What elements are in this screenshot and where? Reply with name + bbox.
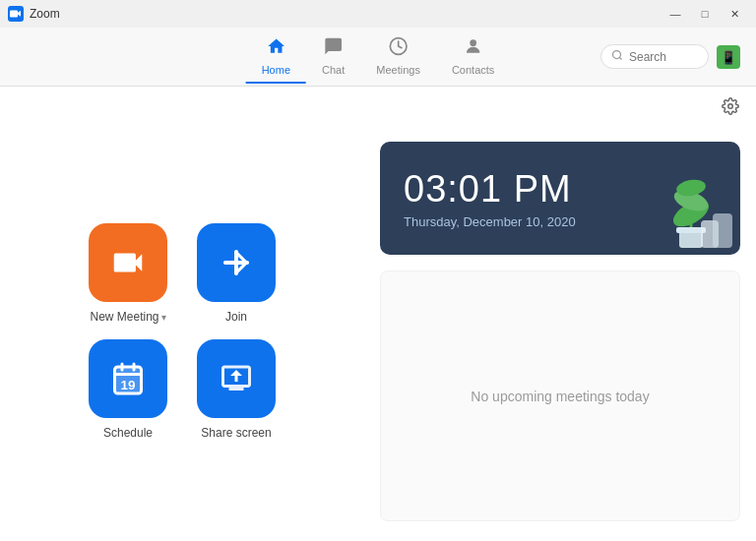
new-meeting-label: New Meeting ▾	[90, 310, 165, 324]
home-icon	[266, 36, 285, 61]
tab-contacts[interactable]: Contacts	[436, 30, 510, 84]
meetings-area: No upcoming meetings today	[380, 270, 740, 521]
tab-meetings-label: Meetings	[376, 64, 420, 76]
main-content: New Meeting ▾ Join	[0, 122, 756, 541]
meetings-icon	[389, 36, 409, 61]
close-button[interactable]: ✕	[721, 4, 748, 24]
schedule-button[interactable]: 19	[89, 339, 167, 418]
right-panel: 03:01 PM Thursday, December 10, 2020	[364, 122, 756, 541]
schedule-item[interactable]: 19 Schedule	[89, 339, 167, 440]
chat-icon	[324, 36, 344, 61]
plant-decoration	[642, 166, 740, 255]
settings-area	[0, 87, 756, 122]
tab-chat-label: Chat	[322, 64, 345, 76]
settings-button[interactable]	[717, 92, 744, 120]
svg-point-6	[728, 104, 733, 109]
tab-chat[interactable]: Chat	[306, 30, 360, 84]
svg-text:📱: 📱	[721, 49, 737, 66]
clock-card: 03:01 PM Thursday, December 10, 2020	[380, 142, 740, 255]
left-panel: New Meeting ▾ Join	[0, 122, 364, 541]
tab-home-label: Home	[262, 64, 290, 76]
titlebar-left: Zoom	[8, 6, 60, 22]
share-screen-button[interactable]	[197, 339, 276, 418]
join-button[interactable]	[197, 223, 276, 302]
dropdown-arrow-icon: ▾	[161, 312, 166, 323]
svg-text:19: 19	[120, 378, 135, 392]
tab-meetings[interactable]: Meetings	[360, 30, 436, 84]
tab-contacts-label: Contacts	[452, 64, 494, 76]
nav-tabs: Home Chat Meetings	[246, 30, 511, 84]
join-label: Join	[225, 310, 247, 324]
window-controls: — □ ✕	[662, 4, 748, 24]
navbar: Home Chat Meetings	[0, 28, 756, 87]
search-box[interactable]	[600, 44, 709, 69]
join-item[interactable]: Join	[197, 223, 276, 324]
titlebar: Zoom — □ ✕	[0, 0, 756, 28]
svg-point-3	[613, 51, 621, 59]
action-grid: New Meeting ▾ Join	[89, 223, 276, 440]
app-title: Zoom	[30, 7, 60, 21]
schedule-label: Schedule	[103, 426, 153, 440]
contacts-icon	[464, 36, 483, 61]
share-screen-label: Share screen	[201, 426, 271, 440]
svg-point-2	[470, 39, 476, 46]
search-icon	[611, 49, 623, 64]
minimize-button[interactable]: —	[662, 4, 689, 24]
new-meeting-item[interactable]: New Meeting ▾	[89, 223, 167, 324]
zoom-logo-icon	[8, 6, 24, 22]
svg-rect-22	[713, 213, 732, 248]
tab-home[interactable]: Home	[246, 30, 306, 84]
new-meeting-button[interactable]	[89, 223, 167, 302]
nav-right: 📱	[600, 44, 740, 69]
share-screen-item[interactable]: Share screen	[197, 339, 276, 440]
search-input[interactable]	[629, 50, 698, 64]
phone-upgrade-icon[interactable]: 📱	[717, 45, 740, 69]
no-meetings-text: No upcoming meetings today	[471, 389, 649, 404]
maximize-button[interactable]: □	[691, 4, 719, 24]
